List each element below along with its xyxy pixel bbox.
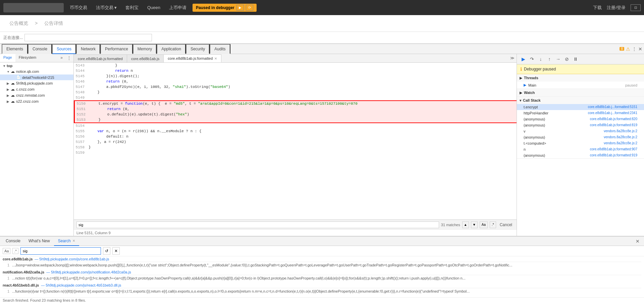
nav-arbitrage[interactable]: 套利宝 [123, 5, 141, 11]
tree-item-s22-cnzz[interactable]: ▶ ☁ s22.cnzz.com [0, 98, 73, 104]
source-tree: ▾ top ▾ ☁ notice.qb.com 📄 detail?noticeI… [0, 62, 73, 236]
debug-step-out-button[interactable]: ↑ [546, 55, 553, 63]
tab-console[interactable]: Console [28, 44, 52, 54]
tree-item-top[interactable]: ▾ top [0, 63, 73, 68]
nav-coin-trade[interactable]: 币币交易 [67, 5, 90, 11]
code-line-5144: 5144 return n [74, 68, 517, 73]
download-link[interactable]: 下载 [593, 5, 602, 11]
sources-panel-tabs: Page Filesystem » ⋮ [0, 54, 73, 62]
tree-item-c-cnzz[interactable]: ▶ ☁ c.cnzz.com [0, 86, 73, 92]
threads-content: ▶ Main paused [517, 82, 644, 89]
search-cancel-button[interactable]: Cancel [498, 222, 514, 227]
code-search-input[interactable] [76, 221, 439, 228]
code-tab-2[interactable]: core.e8d8b1ab.js [127, 54, 164, 62]
bottom-tab-whats-new[interactable]: What's New [24, 237, 54, 246]
step-over-button[interactable]: ⟳ [246, 5, 253, 11]
callstack-item-6[interactable]: t.<computed> vendors.8a28cc8e.js:2 [517, 140, 644, 146]
callstack-item-1[interactable]: httpPreHandler core.e8d8b1ab.j...formatt… [517, 110, 644, 116]
search-prev-button[interactable]: ▲ [462, 221, 469, 228]
thread-main-name: Main [528, 83, 625, 87]
tab-elements[interactable]: Elements [2, 44, 28, 54]
tab-security[interactable]: Security [186, 44, 210, 54]
browser-toolbar: 币币交易 法币交易 ▾ 套利宝 Queen 上币申请 Paused in deb… [0, 0, 644, 15]
code-editor[interactable]: 5143 } 5144 return n 5145 }(n)).digest()… [74, 63, 517, 219]
tab-audits[interactable]: Audits [210, 44, 230, 54]
result-line-react-1[interactable]: 1 ...function(e){var t={};function n(r){… [3, 289, 641, 294]
bottom-panel-close[interactable]: ✕ [633, 239, 642, 244]
bs-clear-button[interactable]: ✕ [112, 247, 120, 255]
tree-item-cnzz-mmstat[interactable]: ▶ ☁ cnzz.mmstat.com [0, 92, 73, 98]
debug-step-into-button[interactable]: ↓ [537, 55, 544, 63]
thread-main[interactable]: ▶ Main paused [517, 82, 644, 89]
close-devtools-button[interactable]: ✕ [638, 46, 642, 52]
sources-tab-more[interactable]: » [58, 54, 65, 62]
url-bar[interactable] [3, 3, 64, 12]
bottom-search-input[interactable] [20, 247, 101, 255]
callstack-item-5[interactable]: (anonymous) vendors.8a28cc8e.js:2 [517, 134, 644, 140]
debug-deactivate-button[interactable]: ⊘ [563, 55, 571, 63]
tree-arrow-notice: ▾ [5, 70, 11, 73]
nav-fiat-trade[interactable]: 法币交易 ▾ [93, 5, 119, 11]
sources-tab-filesystem[interactable]: Filesystem [15, 54, 40, 62]
result-file-react[interactable]: react.4b51beb3.dll.js — 5h9tdj.pickupjad… [3, 283, 641, 288]
bottom-tab-search[interactable]: Search ✕ [54, 237, 79, 246]
callstack-func-5: (anonymous) [524, 135, 545, 139]
debug-watch-header[interactable]: ▶ Watch [517, 89, 644, 96]
debug-threads-section: ▶ Threads ▶ Main paused [517, 74, 644, 89]
tree-item-notice-qb[interactable]: ▾ ☁ notice.qb.com [0, 68, 73, 74]
tab-memory[interactable]: Memory [133, 44, 157, 54]
debug-pause-exceptions-button[interactable]: ⏸ [572, 55, 579, 63]
nav-listing[interactable]: 上币申请 [166, 5, 189, 11]
tab-performance[interactable]: Performance [100, 44, 133, 54]
code-tab-3-close[interactable]: ✕ [214, 57, 217, 60]
bs-refresh-button[interactable]: ↺ [103, 247, 110, 255]
code-tab-3[interactable]: core.e8d8b1ab.js:formatted ✕ [164, 54, 221, 62]
debug-step-button[interactable]: → [554, 55, 562, 63]
tab-application[interactable]: Application [157, 44, 186, 54]
result-line-core-1[interactable]: 1 ...Jsonp=window.webpackJsonp||[];windo… [3, 263, 641, 267]
debug-resume-button[interactable]: ▶ [520, 55, 527, 63]
callstack-item-2[interactable]: (anonymous) core.e8d8b1ab.js:formatted:8… [517, 116, 644, 122]
bs-regex-button[interactable]: .* [12, 248, 18, 254]
loading-input[interactable] [24, 34, 152, 41]
tab-sources[interactable]: Sources [52, 44, 76, 54]
search-aa-button[interactable]: Aa [480, 221, 488, 228]
code-tab-menu[interactable]: ≫ [508, 54, 517, 62]
tab-network[interactable]: Network [76, 44, 100, 54]
search-tab-close[interactable]: ✕ [72, 239, 75, 243]
callstack-item-4[interactable]: v vendors.8a28cc8e.js:2 [517, 128, 644, 134]
result-file-core[interactable]: core.e8d8b1ab.js — 5h9tdj.pickupjade.com… [3, 256, 641, 262]
debug-step-over-button[interactable]: ↷ [528, 55, 536, 63]
search-regex-button[interactable]: .* [490, 221, 496, 228]
page-header: 公告概览 > 公告详情 [0, 15, 644, 32]
code-tab-1[interactable]: core.e8d8b1ab.js:formatted [74, 54, 127, 62]
file-icon-detail: 📄 [16, 75, 21, 80]
debug-threads-header[interactable]: ▶ Threads [517, 74, 644, 82]
paused-debugger-badge: Paused in debugger ▶ ⟳ [193, 4, 257, 12]
tree-item-detail[interactable]: 📄 detail?noticeId=215 [0, 74, 73, 80]
callstack-item-8[interactable]: (anonymous) core.e8d8b1ab.js:formatted:9… [517, 152, 644, 158]
callstack-item-0[interactable]: t.encrypt core.e8d8b1ab.j...formatted:51… [517, 104, 644, 110]
resume-button[interactable]: ▶ [236, 5, 244, 11]
callstack-item-7[interactable]: n core.e8d8b1ab.js:formatted:907 [517, 146, 644, 152]
code-line-5148: 5148 } [74, 90, 517, 95]
code-tab-2-label: core.e8d8b1ab.js [131, 57, 159, 61]
code-tabs: core.e8d8b1ab.js:formatted core.e8d8b1ab… [74, 54, 517, 63]
bs-aa-button[interactable]: Aa [3, 248, 10, 254]
nav-queen[interactable]: Queen [145, 5, 163, 10]
debug-callstack-header[interactable]: ▾ Call Stack [517, 97, 644, 104]
window-control[interactable]: ⊡ [631, 4, 641, 11]
callstack-item-3[interactable]: (anonymous) core.e8d8b1ab.js:formatted:8… [517, 122, 644, 128]
search-next-button[interactable]: ▼ [471, 221, 478, 228]
register-login-link[interactable]: 注册/登录 [607, 5, 626, 11]
bottom-tab-console[interactable]: Console [2, 237, 24, 246]
breadcrumb-parent[interactable]: 公告概览 [9, 20, 28, 26]
tree-label-s22-cnzz: s22.cnzz.com [16, 99, 39, 103]
result-group-react: react.4b51beb3.dll.js — 5h9tdj.pickupjad… [3, 283, 641, 294]
more-options-button[interactable]: ⋮ [632, 46, 637, 52]
result-line-notification-1[interactable]: 1 ...nction t(t){for(var o,a,c=t[0],l=t[… [3, 276, 641, 281]
sources-tab-page[interactable]: Page [0, 54, 15, 62]
sources-panel-menu[interactable]: ⋮ [65, 54, 73, 62]
result-file-notification[interactable]: notification.48d2ca0a.js — 5h9tdj.pickup… [3, 269, 641, 275]
tree-item-5h9tdj[interactable]: ▶ ☁ 5h9tdj.pickupjade.com [0, 80, 73, 86]
